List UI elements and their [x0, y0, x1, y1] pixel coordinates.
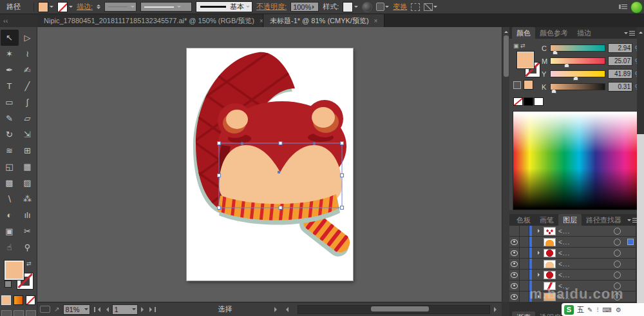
ime-toolbar[interactable]: S 五 ✎ ⁝ ⌨ ⚙: [562, 303, 644, 316]
stroke-color-button[interactable]: [57, 2, 73, 12]
target-circle-icon[interactable]: [614, 250, 621, 257]
visibility-toggle[interactable]: [509, 281, 520, 291]
artboard-tool[interactable]: ▣: [1, 223, 19, 239]
channel-value-field[interactable]: 0.31: [608, 82, 632, 92]
chevron-right-icon[interactable]: [312, 5, 316, 9]
fill-color-button[interactable]: [38, 2, 53, 12]
control-panel-menu-icon[interactable]: [619, 5, 627, 9]
swap-fill-stroke-icon[interactable]: ⇄: [26, 261, 32, 267]
zoom-tool[interactable]: ⚲: [19, 239, 37, 255]
eraser-tool[interactable]: ▱: [19, 110, 37, 126]
gradient-mode-button[interactable]: [14, 295, 23, 305]
panel-tab[interactable]: 画笔: [535, 214, 558, 226]
dock-collapse-icon[interactable]: [639, 30, 643, 34]
puppet-warp-tool[interactable]: ⊞: [19, 143, 37, 159]
hand-tool[interactable]: ☝: [1, 239, 19, 255]
mesh-tool[interactable]: ▩: [1, 175, 19, 191]
document-tab[interactable]: Nipic_17880451_20181117185132345577.ai* …: [37, 14, 263, 27]
layer-name[interactable]: <...: [558, 261, 614, 268]
stroke-weight-dropdown[interactable]: [104, 2, 137, 12]
draw-normal-icon[interactable]: [1, 310, 12, 316]
last-artboard-button[interactable]: [149, 307, 156, 312]
panel-tab[interactable]: 描边: [573, 27, 596, 39]
channel-slider[interactable]: [550, 57, 605, 64]
first-artboard-button[interactable]: [94, 307, 100, 312]
lock-column[interactable]: [520, 270, 529, 280]
previous-artboard-button[interactable]: [104, 307, 109, 312]
step-up-icon[interactable]: [97, 3, 100, 6]
panel-tab[interactable]: 颜色: [512, 27, 535, 39]
expand-toggle[interactable]: [536, 240, 544, 244]
color-spectrum[interactable]: [513, 111, 641, 210]
transform-link[interactable]: 变换: [393, 2, 407, 12]
export-icon[interactable]: ↗: [54, 306, 59, 313]
chevron-down-icon[interactable]: [385, 6, 389, 10]
artboard-number-dropdown[interactable]: 1: [112, 304, 138, 315]
channel-slider[interactable]: [550, 83, 605, 90]
ime-pen-icon[interactable]: ✎: [587, 306, 592, 313]
ime-mode-label[interactable]: 五: [577, 305, 584, 315]
ime-mic-icon[interactable]: ⁝: [596, 306, 598, 313]
layer-name[interactable]: <...: [558, 250, 614, 257]
channel-value-field[interactable]: 41.89: [608, 69, 632, 79]
channel-slider[interactable]: [550, 70, 605, 77]
step-down-icon[interactable]: [97, 7, 100, 11]
layer-row[interactable]: <...: [509, 237, 644, 248]
default-fill-stroke-icon[interactable]: [5, 281, 12, 288]
visibility-toggle[interactable]: [509, 259, 520, 269]
layer-thumbnail[interactable]: [544, 260, 556, 268]
visibility-toggle[interactable]: [509, 237, 520, 247]
magic-wand-tool[interactable]: ✶: [1, 46, 19, 62]
layer-thumbnail[interactable]: [544, 271, 556, 279]
canvas[interactable]: [37, 27, 502, 302]
chevron-down-icon[interactable]: [84, 308, 88, 312]
isolate-mode-icon[interactable]: [424, 3, 437, 11]
selection-tool[interactable]: ↖: [1, 30, 19, 46]
out-of-gamut-cube-icon[interactable]: [513, 81, 521, 89]
align-icon[interactable]: [411, 3, 420, 11]
layer-name[interactable]: <...: [558, 239, 614, 246]
chevron-down-icon[interactable]: [177, 6, 181, 10]
expand-toggle[interactable]: [536, 229, 544, 233]
scroll-right-icon[interactable]: [494, 307, 499, 312]
panel-tab[interactable]: 色板: [512, 214, 535, 226]
brush-definition-dropdown[interactable]: 基本: [196, 1, 252, 12]
collapse-left-icon[interactable]: ‹‹: [3, 17, 8, 25]
channel-slider[interactable]: [550, 44, 605, 52]
expand-toggle[interactable]: [536, 262, 544, 266]
free-transform-tool[interactable]: ⇲: [19, 126, 37, 143]
stroke-weight-stepper[interactable]: [97, 3, 100, 11]
rotate-tool[interactable]: ↻: [1, 126, 19, 143]
shape-builder-tool[interactable]: ◱: [1, 159, 19, 175]
direct-selection-tool[interactable]: ▷: [19, 30, 37, 46]
expand-toggle[interactable]: [536, 273, 544, 277]
slider-handle[interactable]: [573, 76, 578, 81]
style-swatch[interactable]: [343, 2, 353, 12]
scroll-left-icon[interactable]: [283, 307, 289, 312]
chevron-down-icon[interactable]: [246, 6, 250, 10]
panel-tab[interactable]: 颜色参考: [535, 27, 573, 39]
style-dropdown[interactable]: [343, 2, 358, 12]
layer-row[interactable]: <...: [509, 259, 644, 270]
layer-name[interactable]: <...: [558, 272, 614, 279]
toolbar-collapse-button[interactable]: ‹‹: [0, 14, 37, 27]
lock-column[interactable]: [520, 259, 529, 269]
paintbrush-tool[interactable]: ∫: [19, 94, 37, 110]
slice-tool[interactable]: ✂: [19, 223, 37, 239]
document-setup-icon[interactable]: [376, 3, 389, 11]
artboard[interactable]: [187, 48, 353, 281]
vertical-scroll-thumb[interactable]: [504, 35, 509, 77]
target-circle-icon[interactable]: [614, 228, 621, 235]
lock-column[interactable]: [520, 237, 529, 247]
white-swatch[interactable]: [534, 97, 544, 106]
blend-tool[interactable]: ◐: [1, 207, 19, 223]
swap-colors-icon[interactable]: ▣ ⇄: [513, 43, 526, 49]
panel-tab[interactable]: 透明度: [535, 311, 565, 316]
layer-row[interactable]: <...: [509, 270, 644, 281]
visibility-toggle[interactable]: [509, 270, 520, 280]
channel-value-field[interactable]: 25.07: [608, 56, 632, 66]
pen-tool[interactable]: ✒: [1, 62, 19, 78]
layer-thumbnail[interactable]: [544, 249, 556, 257]
width-profile-dropdown[interactable]: [140, 2, 192, 12]
gamut-color-swatch[interactable]: [524, 80, 533, 90]
